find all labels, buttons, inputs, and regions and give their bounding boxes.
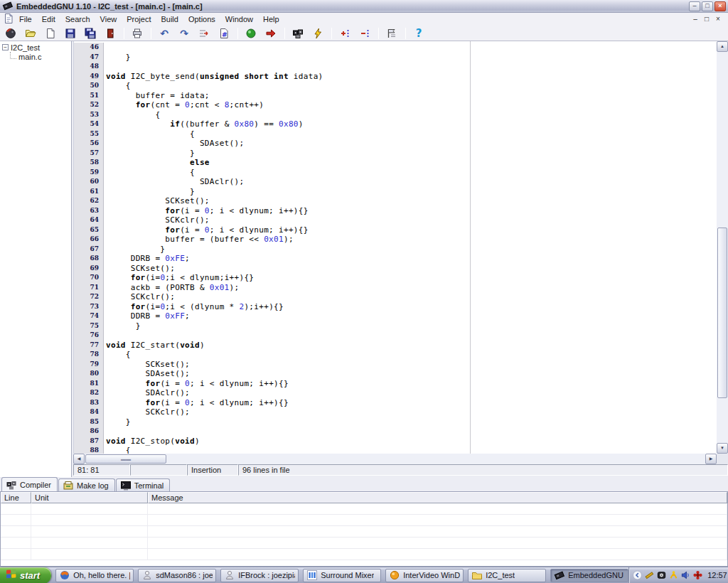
code-line[interactable]: 65 for(i = 0; i < dlynum; i++){} [74, 225, 717, 235]
taskbar-button-intervideo-windv[interactable]: InterVideo WinDV... [385, 569, 464, 582]
print-icon[interactable] [129, 26, 145, 41]
tab-compiler[interactable]: Compiler [1, 477, 58, 491]
tab-terminal[interactable]: Terminal [116, 478, 171, 491]
dark-globe-icon[interactable] [3, 26, 18, 41]
add-watch-icon[interactable] [337, 26, 353, 41]
minimize-button[interactable]: – [689, 1, 700, 11]
taskbar-button-ifbrock-joezipia[interactable]: IFBrock : joezipia... [220, 569, 299, 582]
save-all-icon[interactable] [82, 26, 98, 41]
code-line[interactable]: 62 SCKset(); [74, 196, 717, 206]
code-line[interactable]: 75 } [74, 321, 717, 331]
goto-line-icon[interactable] [196, 26, 212, 41]
code-line[interactable]: 69 SCKset(); [74, 264, 717, 274]
code-line[interactable]: 56 SDAset(); [74, 139, 717, 149]
maximize-button[interactable]: □ [702, 1, 713, 11]
save-icon[interactable] [63, 26, 78, 41]
taskbar-button-surround-mixer[interactable]: Surround Mixer [303, 569, 381, 582]
code-line[interactable]: 52 for(cnt = 0;cnt < 8;cnt++) [74, 100, 717, 110]
code-line[interactable]: 54 if((buffer & 0x80) == 0x80) [74, 119, 717, 129]
remove-watch-icon[interactable] [357, 26, 373, 41]
code-line[interactable]: 60 SDAclr(); [74, 177, 717, 187]
collapse-chevron-icon[interactable] [632, 570, 643, 581]
code-line[interactable]: 66 buffer = (buffer << 0x01); [74, 235, 717, 245]
help-icon[interactable]: ? [411, 26, 427, 41]
compile-icon[interactable] [243, 26, 259, 41]
close-button[interactable]: × [714, 1, 726, 11]
open-file-icon[interactable] [23, 26, 38, 41]
code-line[interactable]: 48 [74, 62, 717, 72]
menu-item-view[interactable]: View [95, 14, 122, 25]
scroll-left-icon[interactable]: ◀ [73, 454, 85, 464]
undo-icon[interactable]: ↶ [156, 26, 172, 41]
vertical-scroll-thumb[interactable] [717, 228, 727, 398]
menu-item-file[interactable]: File [14, 14, 37, 25]
scroll-right-icon[interactable]: ▶ [705, 454, 717, 464]
menu-item-project[interactable]: Project [122, 14, 156, 25]
redo-icon[interactable]: ↷ [176, 26, 192, 41]
horizontal-scrollbar[interactable]: ◀ ▬▬ ▶ [73, 454, 717, 464]
code-line[interactable]: 73 for(i=0;i < (dlynum * 2);i++){} [74, 302, 717, 312]
code-line[interactable]: 64 SCKclr(); [74, 215, 717, 225]
menu-item-help[interactable]: Help [258, 14, 284, 25]
aim-icon[interactable] [668, 570, 679, 581]
collapse-icon[interactable]: − [2, 44, 9, 50]
code-line[interactable]: 77void I2C_start(void) [74, 341, 717, 351]
code-line[interactable]: 78 { [74, 350, 717, 360]
horizontal-scroll-thumb[interactable]: ▬▬ [85, 454, 166, 464]
menu-item-build[interactable]: Build [156, 14, 183, 25]
code-line[interactable]: 68 DDRB = 0xFE; [74, 254, 717, 264]
taskbar-button-sdmason86-joezi[interactable]: sdMason86 : joezi... [138, 569, 216, 582]
taskbar-button-i2c-test[interactable]: I2C_test [468, 569, 546, 582]
mdi-restore-icon[interactable]: □ [702, 15, 711, 23]
code-line[interactable]: 53 { [74, 110, 717, 120]
menu-item-options[interactable]: Options [183, 14, 220, 25]
exit-icon[interactable] [102, 26, 118, 41]
code-line[interactable]: 49void I2C_byte_send(unsigned short int … [74, 72, 717, 82]
code-line[interactable]: 47 } [74, 53, 717, 63]
code-line[interactable]: 83 for(i = 0; i < dlynum; i++){} [74, 398, 717, 408]
code-line[interactable]: 55 { [74, 129, 717, 139]
volume-icon[interactable] [680, 570, 691, 581]
project-options-icon[interactable] [384, 26, 400, 41]
download-icon[interactable] [263, 26, 279, 41]
code-line[interactable]: 85 } [74, 417, 717, 427]
menu-item-edit[interactable]: Edit [37, 14, 60, 25]
code-editor[interactable]: 4647 }4849void I2C_byte_send(unsigned sh… [73, 41, 728, 454]
code-line[interactable]: 80 SDAset(); [74, 369, 717, 379]
tree-item-project[interactable]: − I2C_test [2, 43, 71, 52]
code-line[interactable]: 59 { [74, 168, 717, 178]
menu-item-window[interactable]: Window [220, 14, 258, 25]
code-line[interactable]: 74 DDRB = 0xFF; [74, 311, 717, 321]
code-line[interactable]: 70 for(i=0;i < dlynum;i++){} [74, 273, 717, 283]
taskbar-button-oh-hello-there[interactable]: Oh, hello there. [... [55, 569, 134, 582]
code-line[interactable]: 86 [74, 427, 717, 437]
code-line[interactable]: 57 } [74, 149, 717, 159]
code-line[interactable]: 51 buffer = idata; [74, 91, 717, 101]
vertical-scrollbar[interactable]: ▲ ▼ [717, 41, 728, 454]
gold-pen-icon[interactable] [644, 570, 655, 581]
new-file-icon[interactable] [43, 26, 58, 41]
code-line[interactable]: 61 } [74, 187, 717, 197]
code-line[interactable]: 67 } [74, 245, 717, 255]
virus-scan-icon[interactable] [692, 570, 703, 581]
code-line[interactable]: 84 SCKclr(); [74, 407, 717, 417]
scroll-up-icon[interactable]: ▲ [717, 41, 728, 52]
code-line[interactable]: 71 ackb = (PORTB & 0x01); [74, 283, 717, 293]
code-line[interactable]: 88 { [74, 446, 717, 454]
code-line[interactable]: 81 for(i = 0; i < dlynum; i++){} [74, 379, 717, 389]
mdi-minimize-icon[interactable]: – [691, 15, 700, 23]
code-line[interactable]: 79 SCKset(); [74, 360, 717, 370]
code-line[interactable]: 76 [74, 331, 717, 341]
code-line[interactable]: 46 [74, 43, 717, 53]
code-line[interactable]: 63 for(i = 0; i < dlynum; i++){} [74, 206, 717, 216]
tab-make-log[interactable]: Make log [58, 478, 115, 491]
build-icon[interactable] [290, 26, 306, 41]
code-line[interactable]: 72 SCKclr(); [74, 292, 717, 302]
camera-icon[interactable] [656, 570, 667, 581]
code-line[interactable]: 82 SDAclr(); [74, 388, 717, 398]
menu-item-search[interactable]: Search [60, 14, 95, 25]
scroll-down-icon[interactable]: ▼ [717, 443, 728, 454]
view-doc-icon[interactable]: # [216, 26, 232, 41]
start-button[interactable]: start [0, 567, 51, 583]
mdi-close-icon[interactable]: × [714, 15, 722, 23]
